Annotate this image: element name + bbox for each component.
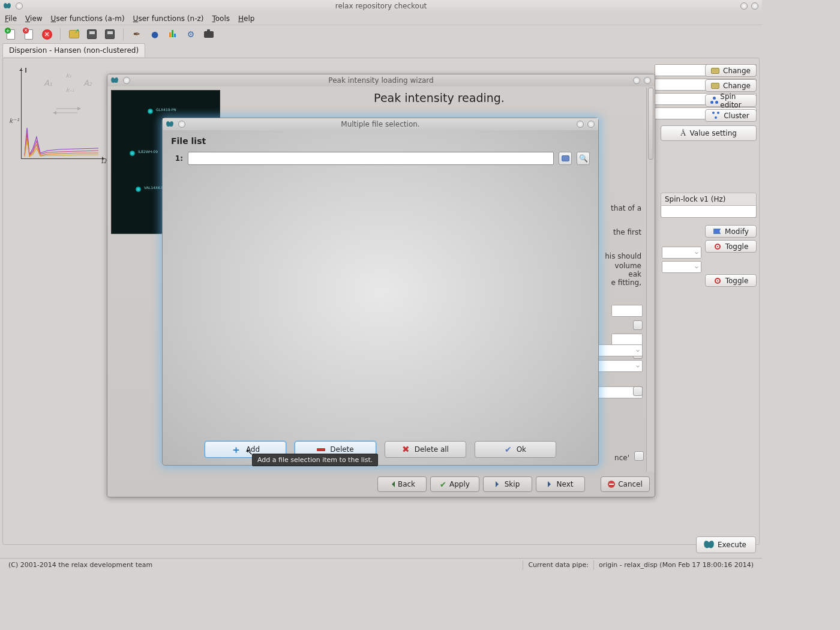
wizard-title: Peak intensity loading wizard [107, 76, 655, 85]
new-doc-icon[interactable]: + [5, 28, 17, 40]
ok-button[interactable]: ✔Ok [475, 441, 556, 458]
change-button-1[interactable]: Change [705, 64, 757, 77]
menu-userfn-nz[interactable]: User functions (n-z) [133, 14, 204, 23]
next-button[interactable]: Next [536, 476, 585, 492]
dispersion-graph-icon: I Ω k⁻¹ A₁ A₂ k₁ k₋₁ [15, 68, 105, 164]
rocket-icon[interactable]: ✒ [131, 28, 143, 40]
modify-button[interactable]: Modify [705, 225, 757, 238]
stop-icon[interactable]: ✕ [41, 28, 53, 40]
menu-userfn-am[interactable]: User functions (a-m) [51, 14, 125, 23]
wz-field-1[interactable] [611, 305, 643, 317]
file-list-heading: File list [171, 136, 590, 146]
close-icon[interactable] [587, 121, 595, 128]
wz-combo-1[interactable] [595, 344, 643, 356]
toggle-button-1[interactable]: Toggle [705, 240, 757, 253]
wz-combo-2[interactable] [595, 360, 643, 372]
maximize-icon[interactable] [633, 77, 640, 84]
main-titlebar: relax repository checkout [0, 0, 762, 12]
maximize-icon[interactable] [577, 121, 584, 128]
value-setting-button[interactable]: ÅValue setting [661, 125, 757, 141]
tab-strip: Dispersion - Hansen (non-clustered) [0, 43, 762, 57]
cluster-button[interactable]: Cluster [705, 109, 757, 122]
app-icon [111, 77, 119, 84]
separator [123, 28, 124, 40]
change-button-2[interactable]: Change [705, 79, 757, 92]
browse-icon[interactable] [633, 386, 643, 396]
tooltip: Add a file selection item to the list. [252, 454, 378, 466]
save-icon[interactable] [86, 28, 98, 40]
spin-lock-header: Spin-lock ν1 (Hz) [661, 193, 757, 206]
pipe-value: origin - relax_disp (Mon Feb 17 18:00:16… [594, 561, 758, 569]
edit-icon[interactable] [634, 451, 644, 461]
close-icon[interactable] [751, 2, 758, 10]
menu-help[interactable]: Help [238, 14, 254, 23]
chart-icon[interactable] [167, 28, 179, 40]
app-icon [4, 2, 12, 10]
wizard-heading: Peak intensity reading. [232, 91, 646, 104]
tab-dispersion[interactable]: Dispersion - Hansen (non-clustered) [2, 43, 145, 57]
close-doc-icon[interactable]: × [23, 28, 35, 40]
execute-button[interactable]: Execute [696, 536, 756, 553]
wizard-buttons: Back ✔Apply Skip Next Cancel [377, 476, 650, 492]
open-icon[interactable]: ↗ [68, 28, 80, 40]
back-button[interactable]: Back [377, 476, 427, 492]
filesel-buttons: ＋Add Delete ✖Delete all ✔Ok [163, 441, 598, 458]
menu-file[interactable]: File [5, 14, 17, 23]
close-icon[interactable] [644, 77, 651, 84]
menubar: File View User functions (a-m) User func… [0, 12, 762, 25]
combo-1[interactable] [662, 247, 701, 259]
toggle-button-2[interactable]: Toggle [705, 274, 757, 287]
file-path-input[interactable] [188, 152, 554, 165]
maximize-icon[interactable] [740, 2, 748, 10]
toolbar: + × ✕ ↗ ✒ ● ⚙ [0, 25, 762, 43]
menu-view[interactable]: View [25, 14, 42, 23]
minimize-icon[interactable] [178, 121, 185, 128]
wizard-scrollbar[interactable] [646, 88, 655, 472]
app-icon [166, 121, 175, 128]
spin-editor-button[interactable]: Spin editor [705, 94, 757, 107]
separator [60, 28, 61, 40]
spin-lock-field[interactable] [661, 206, 757, 218]
statusbar: (C) 2001-2014 the relax development team… [0, 558, 762, 571]
preview-file-icon[interactable]: 🔍 [577, 152, 590, 165]
row-number: 1: [171, 154, 183, 163]
browse-icon[interactable] [633, 320, 643, 330]
pipe-label: Current data pipe: [523, 561, 593, 569]
svg-marker-3 [53, 111, 56, 115]
gear-icon[interactable]: ⚙ [185, 28, 197, 40]
execute-area: Execute [696, 536, 756, 553]
skip-button[interactable]: Skip [483, 476, 532, 492]
menu-tools[interactable]: Tools [212, 14, 230, 23]
filesel-title: Multiple file selection. [163, 120, 598, 128]
save-as-icon[interactable] [104, 28, 116, 40]
cancel-button[interactable]: Cancel [601, 476, 650, 492]
apply-button[interactable]: ✔Apply [430, 476, 479, 492]
file-row-1: 1: 🔍 [171, 152, 590, 165]
minimize-icon[interactable] [16, 2, 23, 10]
open-file-icon[interactable] [559, 152, 572, 165]
globe-icon[interactable]: ● [149, 28, 161, 40]
combo-2[interactable] [662, 261, 701, 273]
svg-marker-1 [77, 107, 81, 110]
minimize-icon[interactable] [123, 77, 130, 84]
copyright-text: (C) 2001-2014 the relax development team [4, 561, 157, 569]
delete-all-button[interactable]: ✖Delete all [385, 441, 466, 458]
file-selection-dialog: Multiple file selection. File list 1: 🔍 … [162, 118, 599, 466]
camera-icon[interactable] [203, 28, 215, 40]
wz-field-2[interactable] [611, 334, 643, 346]
window-title: relax repository checkout [0, 2, 762, 10]
